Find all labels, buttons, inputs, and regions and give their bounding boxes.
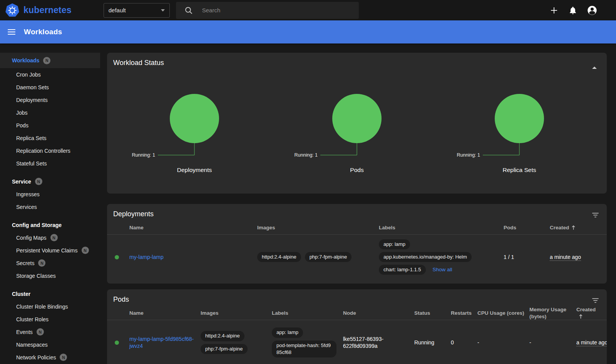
app-bar: Workloads xyxy=(0,20,616,43)
sidebar-item-secrets[interactable]: Secrets N xyxy=(0,257,100,269)
namespace-selector[interactable]: default xyxy=(104,3,170,18)
filter-button[interactable] xyxy=(591,296,600,305)
brand-text: kubernetes xyxy=(23,5,72,15)
create-button[interactable] xyxy=(549,5,559,15)
pie-label: Running: 1 xyxy=(132,152,156,158)
column-header-memory: Memory Usage (bytes) xyxy=(529,306,576,320)
column-header-pods: Pods xyxy=(504,224,550,231)
column-header-created[interactable]: Created xyxy=(576,306,607,320)
notifications-button[interactable] xyxy=(568,6,578,15)
workload-status-card: Workload Status Running: 1 Deployments xyxy=(107,53,607,194)
sidebar-item-stateful-sets[interactable]: Stateful Sets xyxy=(0,157,100,170)
sidebar-item-ingresses[interactable]: Ingresses xyxy=(0,188,100,200)
image-chip: php:7-fpm-alpine xyxy=(201,344,248,354)
sidebar-item-workloads[interactable]: Workloads N xyxy=(0,53,100,68)
new-badge: N xyxy=(82,247,89,254)
deployment-row: my-lamp-lamp httpd:2.4-alpine php:7-fpm-… xyxy=(107,235,607,279)
workload-chart-replica-sets: Running: 1 Replica Sets xyxy=(438,83,601,174)
workload-chart-pods: Running: 1 Pods xyxy=(276,83,438,174)
collapse-button[interactable] xyxy=(589,59,600,68)
kubernetes-logo-icon xyxy=(5,3,19,17)
deployments-header-row: Name Images Labels Pods Created xyxy=(107,221,607,235)
sidebar-item-cluster-role-bindings[interactable]: Cluster Role Bindings xyxy=(0,300,100,313)
filter-icon xyxy=(592,298,599,299)
sidebar-item-namespaces[interactable]: Namespaces xyxy=(0,338,100,351)
status-ok-dot xyxy=(115,341,119,345)
label-chip: app: lamp xyxy=(379,239,410,249)
account-button[interactable] xyxy=(587,5,598,16)
sidebar-item-network-policies[interactable]: Network Policies N xyxy=(0,351,100,364)
sidebar-item-cron-jobs[interactable]: Cron Jobs xyxy=(0,68,100,81)
new-badge: N xyxy=(38,259,45,267)
image-chip: httpd:2.4-alpine xyxy=(257,252,301,262)
pie-label: Running: 1 xyxy=(457,152,480,158)
menu-button[interactable] xyxy=(7,27,16,37)
sidebar-item-replication-controllers[interactable]: Replication Controllers xyxy=(0,144,100,157)
labels-cell: app: lamp pod-template-hash: 5fd985cf68 xyxy=(272,327,343,357)
sort-ascending-icon xyxy=(579,314,583,319)
pod-restarts: 0 xyxy=(451,339,477,346)
show-all-link[interactable]: Show all xyxy=(433,266,452,273)
column-header-created[interactable]: Created xyxy=(550,224,607,231)
plus-icon xyxy=(549,5,559,15)
sidebar-item-replica-sets[interactable]: Replica Sets xyxy=(0,132,100,144)
pod-name-link[interactable]: my-lamp-lamp-5fd985cf68-jwvz4 xyxy=(129,336,196,349)
label-chip: app: lamp xyxy=(272,327,303,337)
label-chip: pod-template-hash: 5fd985cf68 xyxy=(272,341,336,357)
main-content: Workload Status Running: 1 Deployments xyxy=(107,43,607,364)
sidebar-item-config-maps[interactable]: Config Maps N xyxy=(0,231,100,244)
chart-caption: Pods xyxy=(350,167,363,174)
search-input[interactable] xyxy=(201,7,348,14)
pods-card: Pods Name Images Labels Node Status Rest… xyxy=(107,289,607,364)
chart-caption: Deployments xyxy=(177,167,212,174)
new-badge: N xyxy=(50,234,58,241)
column-header-labels: Labels xyxy=(272,310,343,317)
node-name: lke55127-86393-622f8d09399a xyxy=(343,336,414,349)
pods-title: Pods xyxy=(107,289,607,304)
sidebar-item-deployments[interactable]: Deployments xyxy=(0,94,100,106)
new-badge: N xyxy=(35,178,42,185)
pie-slice-running xyxy=(332,94,382,143)
column-header-node: Node xyxy=(343,310,414,317)
sort-ascending-icon xyxy=(571,225,576,230)
collapse-up-icon xyxy=(592,61,597,69)
created-ago: a minute ago xyxy=(550,254,581,261)
pod-row: my-lamp-lamp-5fd985cf68-jwvz4 httpd:2.4-… xyxy=(107,320,607,364)
workload-status-title: Workload Status xyxy=(107,53,607,67)
chevron-down-icon xyxy=(161,9,165,12)
sidebar-item-persistent-volume-claims[interactable]: Persistent Volume Claims N xyxy=(0,244,100,257)
pods-count: 1 / 1 xyxy=(504,254,550,260)
pod-cpu: - xyxy=(477,339,529,346)
column-header-restarts: Restarts xyxy=(451,310,477,317)
column-header-name: Name xyxy=(129,310,201,317)
workload-chart-deployments: Running: 1 Deployments xyxy=(113,83,276,174)
deployment-name-link[interactable]: my-lamp-lamp xyxy=(129,254,164,260)
column-header-status: Status xyxy=(414,310,451,317)
sidebar-section-cluster: Cluster xyxy=(0,287,100,300)
pod-status: Running xyxy=(414,339,451,346)
pods-header-row: Name Images Labels Node Status Restarts … xyxy=(107,306,607,320)
sidebar-item-services[interactable]: Services xyxy=(0,200,100,213)
bell-icon xyxy=(568,6,578,15)
column-header-labels: Labels xyxy=(379,224,504,231)
sidebar-item-jobs[interactable]: Jobs xyxy=(0,106,100,119)
sidebar-item-cluster-roles[interactable]: Cluster Roles xyxy=(0,313,100,326)
status-ok-dot xyxy=(115,255,119,259)
sidebar-item-pods[interactable]: Pods xyxy=(0,119,100,132)
topbar-actions xyxy=(549,5,616,16)
sidebar-section-service: Service N xyxy=(0,175,100,188)
kubernetes-logo[interactable]: kubernetes xyxy=(0,3,72,17)
image-chip: php:7-fpm-alpine xyxy=(305,252,352,262)
images-cell: httpd:2.4-alpine php:7-fpm-alpine xyxy=(201,331,272,354)
search-bar[interactable] xyxy=(176,2,359,19)
namespace-value: default xyxy=(109,7,126,13)
account-icon xyxy=(587,5,598,16)
sidebar-item-events[interactable]: Events N xyxy=(0,326,100,338)
filter-button[interactable] xyxy=(591,211,600,219)
pod-memory: - xyxy=(529,339,576,346)
sidebar-item-daemon-sets[interactable]: Daemon Sets xyxy=(0,81,100,94)
new-badge: N xyxy=(43,57,50,64)
sidebar-item-storage-classes[interactable]: Storage Classes xyxy=(0,269,100,282)
new-badge: N xyxy=(37,328,44,336)
column-header-name: Name xyxy=(129,224,257,231)
